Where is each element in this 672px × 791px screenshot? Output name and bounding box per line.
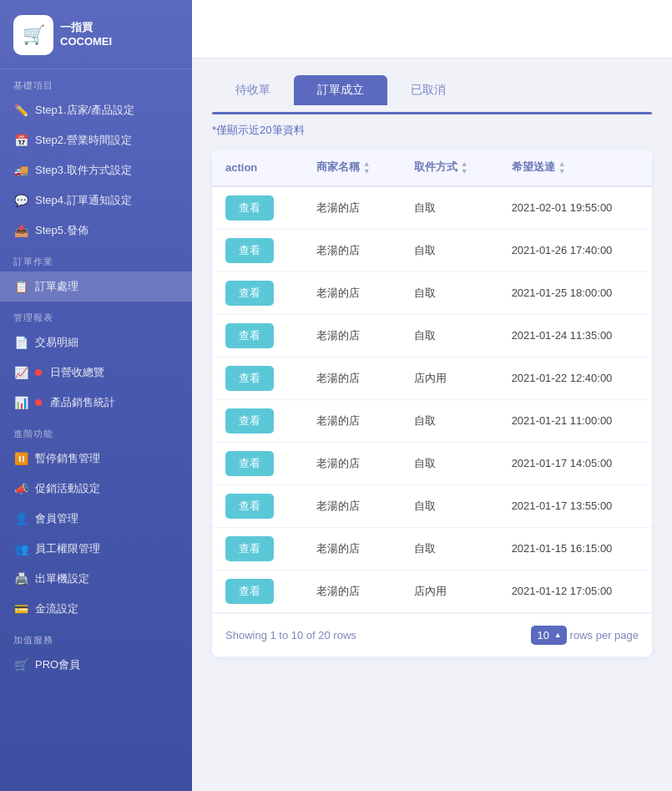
delivery-cell-4: 2021-01-22 12:40:00 (498, 357, 652, 399)
sidebar-section-label: 管理報表 (0, 302, 192, 327)
rows-per-page-select[interactable]: 102050 (531, 626, 567, 645)
view-button-4[interactable]: 查看 (225, 366, 274, 391)
sidebar-section-label: 訂單作業 (0, 246, 192, 271)
nav-icon-step3: 🚚 (13, 163, 28, 178)
nav-icon-suspend: ⏸️ (13, 451, 28, 466)
sidebar-item-order-mgmt[interactable]: 📋訂單處理 (0, 271, 192, 302)
table-row: 查看老湯的店店內用2021-01-22 12:40:00 (212, 357, 652, 399)
sidebar-item-printer[interactable]: 🖨️出單機設定 (0, 564, 192, 594)
table-row: 查看老湯的店自取2021-01-25 18:00:00 (212, 271, 652, 314)
pickup-cell-6: 自取 (401, 442, 498, 484)
nav-icon-members: 👤 (13, 511, 28, 526)
col-header-action: action (212, 150, 303, 186)
store-cell-1: 老湯的店 (303, 229, 401, 271)
nav-label-step5: Step5.發佈 (35, 223, 88, 238)
rows-select-wrap[interactable]: 102050 (531, 626, 567, 645)
view-button-7[interactable]: 查看 (225, 494, 274, 519)
sidebar-item-step2[interactable]: 📅Step2.營業時間設定 (0, 125, 192, 155)
nav-label-product-sales: 產品銷售統計 (50, 395, 115, 410)
view-button-0[interactable]: 查看 (225, 195, 274, 221)
table-row: 查看老湯的店自取2021-01-17 14:05:00 (212, 442, 652, 484)
store-cell-0: 老湯的店 (303, 186, 401, 230)
sort-icon-delivery: ▲▼ (558, 160, 566, 175)
pickup-cell-2: 自取 (401, 271, 498, 314)
table-row: 查看老湯的店自取2021-01-21 11:00:00 (212, 399, 652, 442)
action-cell-2: 查看 (212, 271, 303, 314)
tab-created[interactable]: 訂單成立 (294, 75, 387, 105)
sidebar-item-members[interactable]: 👤會員管理 (0, 504, 192, 534)
view-button-5[interactable]: 查看 (225, 408, 274, 434)
sidebar-item-promotions[interactable]: 📣促銷活動設定 (0, 474, 192, 504)
view-button-1[interactable]: 查看 (225, 238, 274, 263)
nav-icon-step5: 📤 (13, 223, 28, 238)
sidebar-item-step3[interactable]: 🚚Step3.取件方式設定 (0, 155, 192, 185)
store-cell-8: 老湯的店 (303, 527, 401, 570)
pickup-cell-5: 自取 (401, 399, 498, 442)
nav-icon-pro-member: 🛒 (13, 657, 28, 672)
delivery-cell-8: 2021-01-15 16:15:00 (498, 527, 652, 570)
sidebar-item-transactions[interactable]: 📄交易明細 (0, 327, 192, 357)
nav-icon-promotions: 📣 (13, 481, 28, 496)
pickup-cell-8: 自取 (401, 527, 498, 570)
pickup-cell-7: 自取 (401, 484, 498, 527)
col-header-pickup[interactable]: 取件方式▲▼ (401, 150, 498, 186)
sidebar-item-step4[interactable]: 💬Step4.訂單通知設定 (0, 185, 192, 215)
sidebar: 🛒 一指買 COCOMEI 基礎項目✏️Step1.店家/產品設定📅Step2.… (0, 0, 192, 791)
sort-icon-pickup: ▲▼ (461, 160, 468, 175)
action-cell-0: 查看 (212, 186, 303, 230)
view-button-3[interactable]: 查看 (225, 323, 274, 348)
pagination-showing: Showing 1 to 10 of 20 rows (225, 629, 531, 641)
sidebar-section-label: 進階功能 (0, 418, 192, 444)
tab-cancelled[interactable]: 已取消 (387, 75, 469, 105)
pickup-cell-0: 自取 (401, 186, 498, 230)
store-cell-2: 老湯的店 (303, 271, 401, 314)
note-text: *僅顯示近20筆資料 (212, 123, 652, 138)
nav-label-staff: 員工權限管理 (35, 541, 100, 556)
store-cell-5: 老湯的店 (303, 399, 401, 442)
sidebar-item-step1[interactable]: ✏️Step1.店家/產品設定 (0, 95, 192, 125)
sidebar-item-step5[interactable]: 📤Step5.發佈 (0, 215, 192, 246)
table-row: 查看老湯的店自取2021-01-15 16:15:00 (212, 527, 652, 570)
tab-pending[interactable]: 待收單 (212, 75, 294, 105)
sidebar-item-staff[interactable]: 👥員工權限管理 (0, 534, 192, 564)
pagination-bar: Showing 1 to 10 of 20 rows 102050 rows p… (212, 613, 652, 657)
sidebar-item-daily-revenue[interactable]: 📈日營收總覽 (0, 357, 192, 388)
table-row: 查看老湯的店自取2021-01-24 11:35:00 (212, 314, 652, 357)
delivery-cell-9: 2021-01-12 17:05:00 (498, 570, 652, 612)
delivery-cell-3: 2021-01-24 11:35:00 (498, 314, 652, 357)
view-button-9[interactable]: 查看 (225, 579, 274, 604)
nav-icon-step2: 📅 (13, 133, 28, 148)
sidebar-item-pro-member[interactable]: 🛒PRO會員 (0, 650, 192, 680)
col-header-store[interactable]: 商家名稱▲▼ (303, 150, 401, 186)
nav-icon-payment: 💳 (13, 601, 28, 616)
rows-per-page-control: 102050 rows per page (531, 626, 639, 645)
sidebar-item-payment[interactable]: 💳金流設定 (0, 594, 192, 624)
nav-label-payment: 金流設定 (35, 601, 78, 616)
delivery-cell-6: 2021-01-17 14:05:00 (498, 442, 652, 484)
pickup-cell-1: 自取 (401, 229, 498, 271)
nav-icon-printer: 🖨️ (13, 571, 28, 586)
main-body: 待收單訂單成立已取消 *僅顯示近20筆資料 action商家名稱▲▼取件方式▲▼… (192, 58, 672, 791)
delivery-cell-0: 2021-02-01 19:55:00 (498, 186, 652, 230)
table-row: 查看老湯的店店內用2021-01-12 17:05:00 (212, 570, 652, 612)
sidebar-item-product-sales[interactable]: 📊產品銷售統計 (0, 388, 192, 418)
delivery-cell-7: 2021-01-17 13:55:00 (498, 484, 652, 527)
main-header (192, 0, 672, 58)
store-cell-6: 老湯的店 (303, 442, 401, 484)
logo: 🛒 一指買 COCOMEI (0, 0, 192, 69)
view-button-6[interactable]: 查看 (225, 451, 274, 476)
table-row: 查看老湯的店自取2021-01-26 17:40:00 (212, 229, 652, 271)
delivery-cell-5: 2021-01-21 11:00:00 (498, 399, 652, 442)
col-header-delivery[interactable]: 希望送達▲▼ (498, 150, 652, 186)
view-button-2[interactable]: 查看 (225, 281, 274, 306)
action-cell-8: 查看 (212, 527, 303, 570)
store-cell-7: 老湯的店 (303, 484, 401, 527)
sort-icon-store: ▲▼ (363, 160, 371, 175)
nav-label-transactions: 交易明細 (35, 335, 78, 350)
view-button-8[interactable]: 查看 (225, 536, 274, 561)
pickup-cell-4: 店內用 (401, 357, 498, 399)
nav-icon-product-sales: 📊 (13, 395, 28, 410)
sidebar-item-suspend[interactable]: ⏸️暫停銷售管理 (0, 444, 192, 474)
action-cell-1: 查看 (212, 229, 303, 271)
delivery-cell-2: 2021-01-25 18:00:00 (498, 271, 652, 314)
